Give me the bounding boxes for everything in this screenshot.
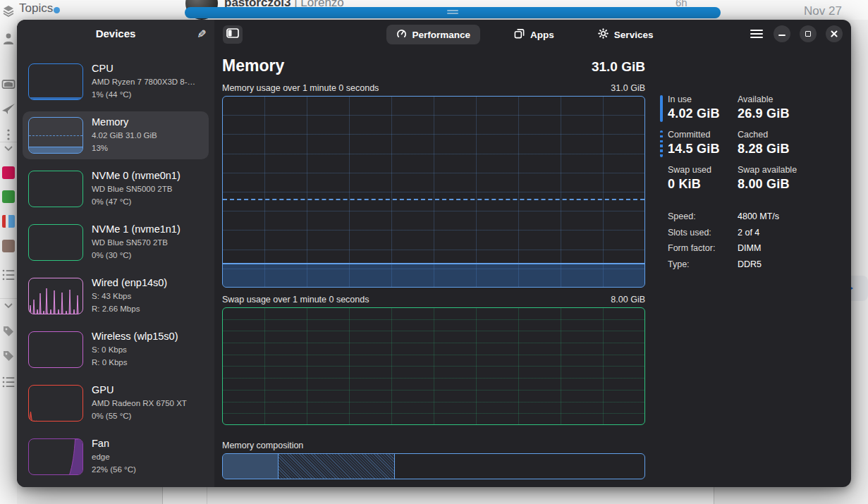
device-line2: S: 43 Kbps (92, 290, 167, 303)
close-button[interactable] (826, 25, 843, 42)
chevron-down-icon[interactable] (1, 144, 16, 158)
memory-usage-graph (222, 96, 645, 288)
divider (0, 298, 17, 299)
green-swatch[interactable] (2, 190, 15, 203)
unread-dot-icon (54, 7, 60, 13)
device-name: CPU (92, 63, 195, 74)
list-icon[interactable] (1, 375, 16, 389)
speedometer-icon (396, 28, 407, 41)
tab-apps[interactable]: Apps (504, 25, 564, 44)
composition-segment-free (395, 454, 644, 479)
detail-value-form-factor: DIMM (738, 243, 847, 253)
device-line2: WD Blue SN5000 2TB (92, 183, 181, 196)
memory-graph-caption: Memory usage over 1 minute 0 seconds (222, 83, 379, 93)
list-icon[interactable] (1, 268, 16, 282)
stat-available: Available 26.9 GiB (738, 94, 847, 130)
tab-label: Performance (412, 30, 471, 40)
screen: Topics pastorczol3 | Lorenzo 6h Nov 27 3… (0, 0, 868, 504)
sidebar-item-fan[interactable]: Fan edge 22% (56 °C) (23, 433, 209, 481)
in-use-area (223, 263, 644, 287)
tab-performance[interactable]: Performance (386, 25, 481, 44)
stat-swap-used: Swap used 0 KiB (668, 165, 738, 200)
sidebar-title: Devices (17, 27, 214, 39)
minimize-icon (778, 35, 786, 36)
device-line3: 13% (92, 142, 157, 155)
composition-segment-in-use (223, 454, 279, 479)
gpu-thumbnail-graph (28, 385, 83, 422)
device-line3: 22% (56 °C) (92, 464, 136, 477)
in-use-indicator-icon (660, 95, 663, 122)
composition-segment-cached (279, 454, 395, 479)
edit-devices-button[interactable]: ✎ (193, 25, 210, 42)
device-name: Fan (92, 438, 136, 449)
sidebar-toggle-button[interactable] (223, 25, 243, 44)
sidebar-item-nvme0[interactable]: NVMe 0 (nvme0n1) WD Blue SN5000 2TB 0% (… (23, 165, 209, 213)
gear-icon (598, 28, 609, 41)
tag-icon[interactable] (1, 324, 16, 338)
sidebar-item-gpu[interactable]: GPU AMD Radeon RX 6750 XT 0% (55 °C) (23, 379, 209, 427)
menu-button[interactable] (750, 25, 764, 42)
stat-swap-available: Swap available 8.00 GiB (738, 165, 847, 200)
device-name: Memory (92, 116, 157, 128)
chevron-down-icon[interactable] (1, 301, 16, 315)
device-line3: 1% (44 °C) (92, 89, 195, 102)
minimize-button[interactable] (774, 25, 790, 42)
brown-swatch[interactable] (2, 240, 15, 252)
background-scrollbar[interactable] (185, 7, 721, 18)
stat-committed: Committed 14.5 GiB (668, 130, 738, 165)
memory-hardware-details: Speed: 4800 MT/s Slots used: 2 of 4 Form… (668, 211, 847, 269)
pencil-icon: ✎ (197, 27, 206, 41)
tag-icon[interactable] (1, 349, 16, 363)
tv-icon[interactable] (1, 78, 16, 92)
sidebar-item-wireless[interactable]: Wireless (wlp15s0) S: 0 Kbps R: 0 Kbps (23, 326, 209, 374)
maximize-button[interactable] (800, 25, 817, 42)
device-name: GPU (92, 384, 187, 395)
tab-label: Services (614, 30, 654, 40)
detail-label-speed: Speed: (668, 211, 738, 221)
wired-thumbnail-graph (28, 278, 83, 314)
pink-swatch[interactable] (2, 166, 15, 179)
system-monitor-window: Devices ✎ CPU AMD Ryzen 7 7800X3D 8-… 1%… (17, 20, 851, 487)
swap-graph-max-label: 8.00 GiB (611, 295, 645, 305)
memory-total-value: 31.0 GiB (222, 59, 645, 75)
divider (0, 142, 17, 142)
sidebar-item-memory[interactable]: Memory 4.02 GiB 31.0 GiB 13% (23, 111, 209, 159)
sidebar-item-nvme1[interactable]: NVMe 1 (nvme1n1) WD Blue SN570 2TB 0% (3… (23, 219, 209, 266)
drag-handle-icon[interactable] (447, 10, 458, 11)
cpu-thumbnail-graph (28, 63, 83, 100)
device-name: Wired (enp14s0) (92, 277, 167, 288)
sidebar-item-cpu[interactable]: CPU AMD Ryzen 7 7800X3D 8-… 1% (44 °C) (23, 58, 209, 106)
layers-icon (2, 4, 15, 20)
fan-thumbnail-graph (28, 438, 83, 475)
more-vertical-icon[interactable] (1, 128, 16, 142)
view-tabs: Performance Apps Services (327, 25, 722, 44)
stat-in-use: In use 4.02 GiB (668, 94, 738, 130)
swap-usage-graph (222, 307, 645, 425)
red-blue-swatch[interactable] (2, 215, 15, 228)
divider (207, 487, 207, 504)
send-icon[interactable] (1, 102, 16, 116)
detail-label-type: Type: (668, 259, 738, 269)
device-line3: R: 0 Kbps (92, 357, 178, 369)
device-name: NVMe 0 (nvme0n1) (92, 170, 181, 181)
device-name: NVMe 1 (nvme1n1) (92, 223, 181, 235)
device-name: Wireless (wlp15s0) (92, 331, 178, 342)
device-line2: AMD Radeon RX 6750 XT (92, 398, 187, 410)
person-icon[interactable] (1, 32, 16, 46)
device-line2: WD Blue SN570 2TB (92, 237, 181, 250)
device-line2: AMD Ryzen 7 7800X3D 8-… (92, 76, 195, 89)
committed-dashed-line (223, 199, 644, 200)
detail-value-speed: 4800 MT/s (738, 211, 847, 221)
tab-services[interactable]: Services (588, 25, 664, 44)
apps-icon (514, 28, 525, 41)
sidebar-item-wired[interactable]: Wired (enp14s0) S: 43 Kbps R: 2.66 Mbps (23, 272, 209, 320)
device-line3: R: 2.66 Mbps (92, 303, 167, 316)
topics-label: Topics (19, 1, 53, 16)
nvme1-thumbnail-graph (28, 224, 83, 261)
swap-graph-caption-row: Swap usage over 1 minute 0 seconds 8.00 … (222, 295, 645, 305)
memory-graph-caption-row: Memory usage over 1 minute 0 seconds 31.… (222, 83, 645, 93)
detail-value-type: DDR5 (738, 259, 847, 269)
swap-graph-caption: Swap usage over 1 minute 0 seconds (222, 295, 369, 305)
composition-caption: Memory composition (222, 441, 303, 450)
maximize-icon (805, 31, 811, 37)
